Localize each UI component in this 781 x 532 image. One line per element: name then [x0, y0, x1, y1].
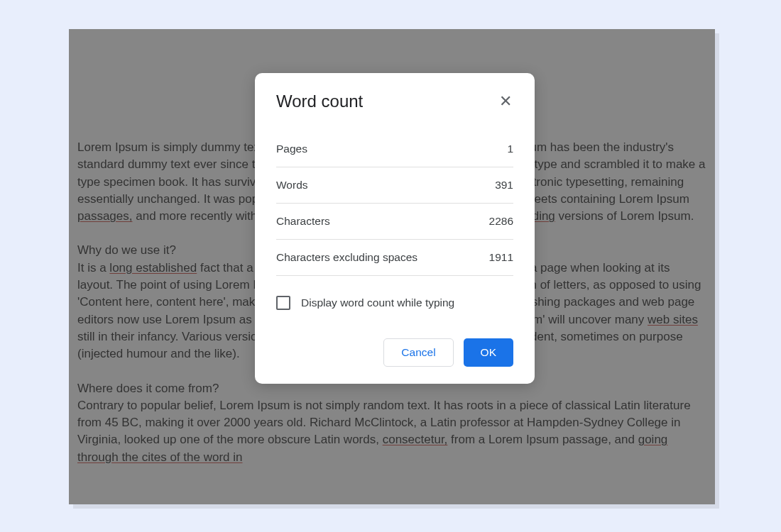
stat-row-characters: Characters 2286	[276, 204, 513, 240]
close-icon[interactable]: ✕	[498, 92, 513, 111]
stat-label: Words	[276, 179, 308, 192]
display-while-typing-checkbox[interactable]	[276, 296, 290, 310]
stat-value: 1	[507, 143, 513, 155]
checkbox-label: Display word count while typing	[301, 297, 454, 309]
dialog-title: Word count	[276, 92, 363, 111]
stat-value: 2286	[489, 215, 513, 228]
stat-label: Characters excluding spaces	[276, 251, 417, 264]
ok-button[interactable]: OK	[464, 338, 513, 367]
cancel-button[interactable]: Cancel	[383, 338, 453, 367]
stat-value: 1911	[489, 251, 513, 264]
stat-row-words: Words 391	[276, 167, 513, 204]
stat-row-pages: Pages 1	[276, 131, 513, 167]
stat-value: 391	[495, 179, 513, 192]
word-count-dialog: Word count ✕ Pages 1 Words 391 Character…	[255, 73, 535, 384]
stat-label: Characters	[276, 215, 330, 228]
stat-label: Pages	[276, 143, 307, 155]
stat-row-characters-no-spaces: Characters excluding spaces 1911	[276, 240, 513, 276]
